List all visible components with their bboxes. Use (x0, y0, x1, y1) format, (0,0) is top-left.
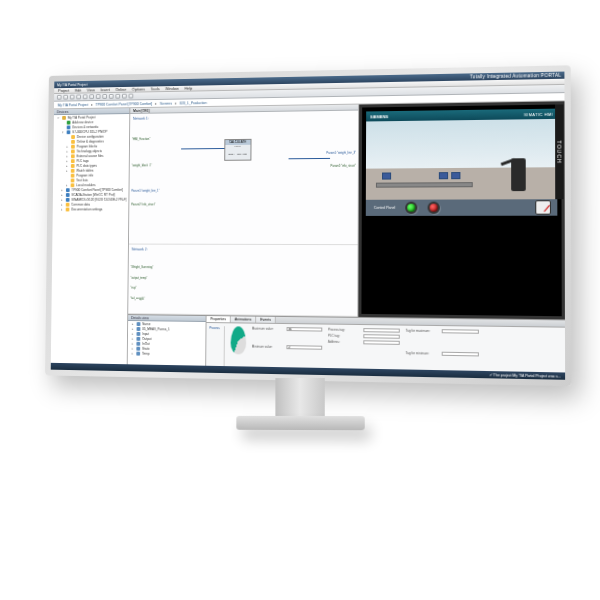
control-panel-label: Control Panel (374, 206, 395, 210)
toolbar-button[interactable] (129, 94, 134, 99)
stop-button[interactable] (428, 202, 440, 214)
network-title: Network 1: (133, 114, 355, 121)
toolbar-button[interactable] (96, 94, 101, 99)
gauge-widget[interactable] (535, 200, 551, 214)
property-tab[interactable]: Animations (231, 316, 257, 322)
toolbar-button[interactable] (115, 94, 120, 99)
menu-item[interactable]: Project (58, 88, 70, 93)
property-tab[interactable]: Events (256, 317, 275, 323)
hmi-scene[interactable] (366, 119, 557, 200)
tag-max-input[interactable] (442, 329, 479, 334)
toolbar-button[interactable] (122, 94, 127, 99)
breadcrumb-item[interactable]: TP900 Comfort Panel [TP900 Comfort] (96, 102, 153, 107)
menu-item[interactable]: Tools (151, 86, 160, 91)
gauge-preview-icon (230, 326, 246, 354)
prop-input[interactable] (286, 345, 322, 350)
status-text: ✓ The project My TIA Portal Project was … (489, 373, 561, 379)
robot-graphic (511, 158, 526, 191)
hmi-preview: SIEMENS SIMATIC HMI Control Panel (358, 101, 565, 319)
breadcrumb-item[interactable]: 020_1_Production (180, 101, 207, 105)
box-graphic (439, 172, 448, 179)
tag-min-input[interactable] (442, 352, 479, 357)
conveyor-graphic (376, 182, 473, 188)
siemens-logo: SIEMENS (370, 114, 388, 119)
tree-item[interactable]: ▸Documentation settings (53, 206, 129, 211)
monitor-stand (236, 378, 364, 430)
menu-item[interactable]: Edit (75, 88, 81, 93)
prop-tag-input[interactable] (363, 334, 399, 339)
program-editor[interactable]: Main [OB1] Network 1: CALCULATE LReal OU… (128, 105, 359, 317)
toolbar-button[interactable] (89, 94, 94, 99)
touch-label: TOUCH (555, 104, 564, 199)
toolbar-button[interactable] (83, 94, 88, 99)
start-button[interactable] (405, 202, 417, 214)
toolbar-button[interactable] (57, 95, 62, 100)
menu-item[interactable]: View (87, 88, 95, 93)
menu-item[interactable]: Insert (101, 87, 110, 92)
menu-item[interactable]: Window (165, 86, 179, 91)
prop-tag-input[interactable] (363, 328, 399, 333)
detail-item[interactable]: ▸Temp (128, 350, 206, 356)
calculate-block[interactable]: CALCULATE LReal OUT := IN1 * IN2 (224, 138, 251, 160)
toolbar-button[interactable] (63, 95, 68, 100)
simatic-label: SIMATIC HMI (524, 111, 553, 117)
toolbar-button[interactable] (102, 94, 107, 99)
breadcrumb-item[interactable]: Screens (160, 101, 172, 105)
menu-item[interactable]: Online (115, 87, 126, 92)
project-title: My TIA Portal Project (57, 82, 87, 86)
prop-input[interactable] (286, 327, 322, 332)
property-tab[interactable]: Properties (207, 316, 231, 322)
process-section: Process (209, 326, 220, 330)
network-title: Network 2: (132, 248, 355, 253)
toolbar-button[interactable] (76, 95, 81, 100)
menu-item[interactable]: Options (132, 87, 145, 92)
toolbar-button[interactable] (109, 94, 114, 99)
box-graphic (382, 172, 391, 179)
breadcrumb-item[interactable]: My TIA Portal Project (58, 103, 88, 107)
menu-item[interactable]: Help (184, 86, 192, 91)
box-graphic (451, 172, 460, 179)
toolbar-button[interactable] (70, 95, 75, 100)
project-tree: Devices ▾My TIA Portal ProjectAdd new de… (51, 108, 131, 371)
prop-tag-input[interactable] (363, 340, 399, 345)
